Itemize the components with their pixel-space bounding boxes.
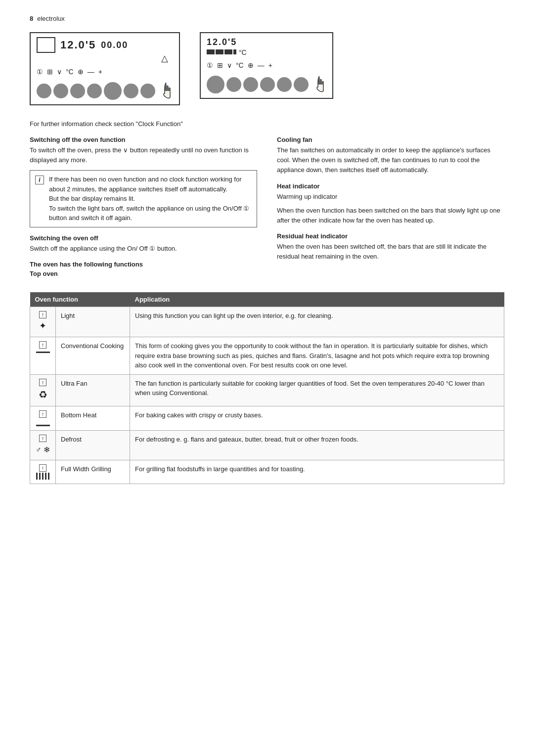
icon-cell-bottom: ↑ [30, 406, 56, 430]
temp-bars [207, 49, 236, 54]
right-diagram: 12.0'5 °C ① ⊞ ∨ °C ⊕ — + [200, 32, 333, 99]
info-icon: i [35, 176, 44, 184]
application-grill: For grilling flat foodstuffs in large qu… [130, 460, 504, 484]
icon-cell-grill: ↑ [30, 460, 56, 484]
right-column: Cooling fan The fan switches on automati… [277, 136, 504, 281]
oven-line-top [36, 352, 50, 353]
btn-3 [70, 84, 85, 98]
residual-heat-heading: Residual heat indicator [277, 232, 504, 240]
temp-unit: °C [239, 48, 247, 56]
page-number: 8 [30, 15, 33, 22]
application-fan: The fan function is particularly suitabl… [130, 374, 504, 406]
ctrl-func: ⊞ [47, 68, 53, 76]
icon-cell-defrost: ↑ ♂ ❄ [30, 430, 56, 460]
info-box-text: If there has been no oven function and n… [49, 175, 252, 223]
btn-5 [104, 82, 122, 100]
function-name-grill: Full Width Grilling [56, 460, 130, 484]
fan-icon: ♻ [39, 387, 47, 402]
ctrl-r-clock: ⊕ [248, 61, 254, 69]
icon-cell-fan: ↑ ♻ [30, 374, 56, 406]
left-time2: 00.00 [101, 40, 128, 50]
ctrl-clock: ⊕ [78, 68, 84, 76]
table-row: ↑ ♂ ❄ Defrost For defrosting e. g. flans… [30, 430, 504, 460]
function-name-conventional: Conventional Cooking [56, 337, 130, 375]
cooling-fan-heading: Cooling fan [277, 136, 504, 143]
btn-4 [87, 84, 102, 98]
rbtn-4 [260, 77, 275, 92]
application-conventional: This form of cooking gives you the oppor… [130, 337, 504, 375]
right-time1: 12.0'5 [207, 37, 237, 47]
bell-indicator: △ [37, 53, 168, 64]
function-name-light: Light [56, 307, 130, 337]
main-content: Switching off the oven function To switc… [30, 136, 504, 281]
btn-6 [124, 84, 138, 98]
ctrl-power: ① [37, 68, 43, 76]
left-diagram: 12.0'5 00.00 △ ① ⊞ ∨ °C ⊕ — + [30, 32, 180, 105]
heat-indicator-text: When the oven function has been switched… [277, 206, 504, 225]
left-column: Switching off the oven function To switc… [30, 136, 257, 281]
cooling-fan-text: The fan switches on automatically in ord… [277, 145, 504, 175]
top-oven-heading: Top oven [30, 270, 257, 277]
switching-off-text: To switch off the oven, press the ∨ butt… [30, 145, 257, 165]
btn-1 [37, 84, 51, 98]
function-name-bottom: Bottom Heat [56, 406, 130, 430]
diagrams-section: 12.0'5 00.00 △ ① ⊞ ∨ °C ⊕ — + [30, 32, 504, 105]
switching-off-heading: Switching off the oven function [30, 136, 257, 143]
sun-icon: ✦ [39, 319, 46, 333]
btn-7 [140, 84, 155, 98]
application-light: Using this function you can light up the… [130, 307, 504, 337]
following-functions-heading: The oven has the following functions [30, 261, 257, 268]
icon-cell-conventional: ↑ [30, 337, 56, 375]
arrow-up-icon-6: ↑ [39, 464, 47, 472]
function-name-fan: Ultra Fan [56, 374, 130, 406]
right-controls: ① ⊞ ∨ °C ⊕ — + [207, 59, 326, 71]
bottom-line [36, 425, 50, 426]
arrow-up-icon-3: ↑ [39, 379, 47, 386]
person-icon: ♂ [36, 444, 42, 456]
rbtn-2 [226, 77, 241, 92]
arrow-up-icon: ↑ [39, 311, 47, 318]
intro-text: For further information check section "C… [30, 119, 504, 129]
icon-cell-light: ↑ ✦ [30, 307, 56, 337]
ctrl-r-temp: °C [236, 61, 244, 69]
ctrl-r-power: ① [207, 61, 213, 69]
left-time1: 12.0'5 [60, 39, 96, 51]
display-box-left [37, 37, 55, 53]
btn-2 [53, 84, 68, 98]
table-row: ↑ Full Width Grilling For grilling flat … [30, 460, 504, 484]
ctrl-r-minus: — [258, 61, 265, 69]
arrow-up-icon-5: ↑ [39, 435, 47, 442]
rbtn-1 [207, 76, 224, 93]
application-defrost: For defrosting e. g. flans and gateaux, … [130, 430, 504, 460]
hand-icon-right [312, 75, 326, 94]
table-row: ↑ Bottom Heat For baking cakes with cris… [30, 406, 504, 430]
right-buttons [207, 75, 326, 94]
table-row: ↑ ✦ Light Using this function you can li… [30, 307, 504, 337]
table-row: ↑ ♻ Ultra Fan The fan function is partic… [30, 374, 504, 406]
table-row: ↑ Conventional Cooking This form of cook… [30, 337, 504, 375]
rbtn-3 [243, 77, 258, 92]
application-bottom: For baking cakes with crispy or crusty b… [130, 406, 504, 430]
heat-indicator-heading: Heat indicator [277, 182, 504, 190]
grill-icon [36, 473, 49, 480]
left-buttons [37, 82, 173, 100]
rbtn-6 [294, 77, 309, 92]
switching-oven-heading: Switching the oven off [30, 234, 257, 242]
arrow-up-icon-4: ↑ [39, 410, 47, 418]
oven-line-bottom [36, 425, 50, 426]
table-col1-header: Oven function [30, 292, 130, 307]
switching-oven-text: Switch off the appliance using the On/ O… [30, 244, 257, 254]
rbtn-5 [277, 77, 292, 92]
brand-name: electrolux [37, 15, 65, 22]
ctrl-plus: + [98, 68, 102, 76]
arrow-up-icon-2: ↑ [39, 341, 47, 349]
functions-table: Oven function Application ↑ ✦ Light Usin… [30, 292, 504, 484]
ctrl-temp: °C [66, 68, 74, 76]
ctrl-r-down: ∨ [227, 61, 232, 69]
residual-heat-text: When the oven has been switched off, the… [277, 242, 504, 262]
ctrl-r-func: ⊞ [217, 61, 223, 69]
table-col2-header: Application [130, 292, 504, 307]
warming-up-text: Warming up indicator [277, 192, 504, 202]
function-name-defrost: Defrost [56, 430, 130, 460]
snowflake-icon: ❄ [44, 444, 50, 456]
